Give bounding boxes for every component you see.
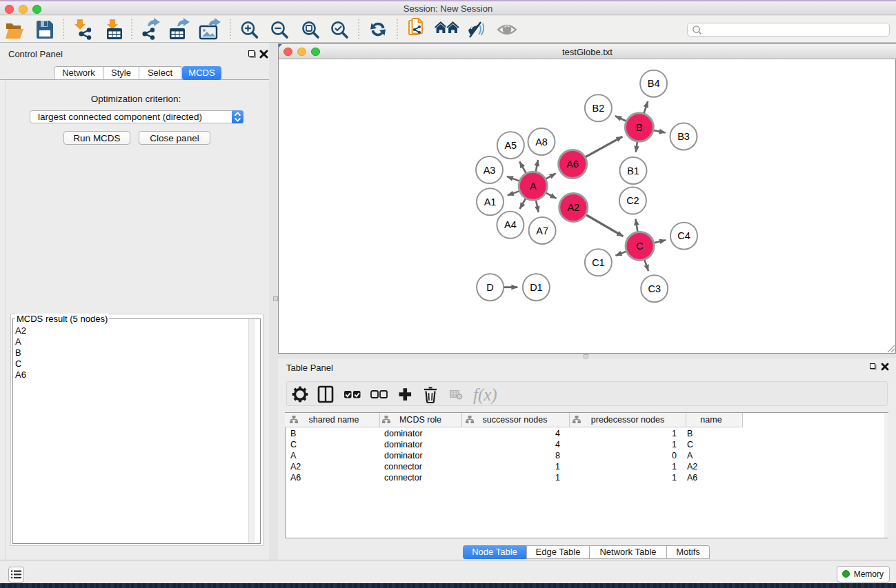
svg-text:A3: A3 (484, 165, 496, 176)
svg-text:A8: A8 (535, 136, 548, 148)
svg-text:B2: B2 (593, 103, 605, 114)
svg-text:A7: A7 (536, 225, 548, 236)
svg-text:D1: D1 (530, 282, 543, 293)
svg-text:B: B (636, 122, 643, 133)
svg-text:A: A (530, 181, 537, 192)
svg-text:B3: B3 (677, 131, 690, 142)
svg-text:A6: A6 (566, 159, 579, 170)
svg-text:A1: A1 (484, 196, 497, 207)
svg-text:C1: C1 (592, 257, 605, 268)
svg-text:D: D (486, 282, 493, 293)
svg-text:B1: B1 (627, 165, 639, 176)
svg-text:C: C (636, 241, 643, 252)
svg-text:A4: A4 (504, 219, 517, 230)
svg-text:C2: C2 (626, 195, 639, 206)
svg-text:B4: B4 (648, 78, 660, 89)
svg-text:C4: C4 (677, 230, 690, 241)
svg-text:A2: A2 (567, 202, 579, 213)
svg-text:f(x): f(x) (473, 385, 497, 405)
svg-text:C3: C3 (648, 283, 661, 294)
svg-text:A5: A5 (504, 140, 517, 151)
